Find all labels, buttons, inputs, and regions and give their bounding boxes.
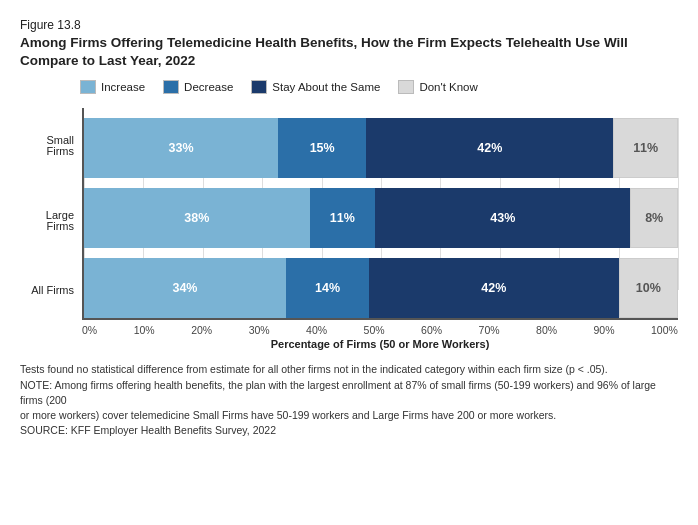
x-axis-title: Percentage of Firms (50 or More Workers) bbox=[82, 338, 678, 350]
footnote-line-4: SOURCE: KFF Employer Health Benefits Sur… bbox=[20, 423, 678, 438]
y-axis-labels: Small Firms Large Firms All Firms bbox=[20, 108, 82, 350]
legend-dontknow: Don't Know bbox=[398, 80, 477, 94]
x-axis-labels: 0% 10% 20% 30% 40% 50% 60% 70% 80% 90% 1… bbox=[82, 324, 678, 336]
x-label-70: 70% bbox=[479, 324, 500, 336]
footnote-line-2: NOTE: Among firms offering health benefi… bbox=[20, 378, 678, 408]
bar-track-small: 33% 15% 42% 11% bbox=[84, 118, 678, 178]
bar-row-small-firms: 33% 15% 42% 11% bbox=[84, 118, 678, 178]
segment-all-decrease: 14% bbox=[286, 258, 369, 318]
footnotes: Tests found no statistical difference fr… bbox=[20, 362, 678, 438]
segment-small-decrease: 15% bbox=[278, 118, 366, 178]
footnote-line-1: Tests found no statistical difference fr… bbox=[20, 362, 678, 377]
bars-container: 33% 15% 42% 11% 38% 11% 43% 8% bbox=[82, 108, 678, 320]
increase-swatch bbox=[80, 80, 96, 94]
same-label: Stay About the Same bbox=[272, 81, 380, 93]
bar-track-all: 34% 14% 42% 10% bbox=[84, 258, 678, 318]
bars-wrapper: 33% 15% 42% 11% 38% 11% 43% 8% bbox=[82, 108, 678, 350]
bar-row-large-firms: 38% 11% 43% 8% bbox=[84, 188, 678, 248]
segment-large-decrease: 11% bbox=[310, 188, 375, 248]
segment-small-same: 42% bbox=[366, 118, 613, 178]
x-label-20: 20% bbox=[191, 324, 212, 336]
y-label-large: Large Firms bbox=[20, 210, 82, 232]
dontknow-swatch bbox=[398, 80, 414, 94]
segment-large-dontknow: 8% bbox=[630, 188, 678, 248]
x-label-100: 100% bbox=[651, 324, 678, 336]
x-label-50: 50% bbox=[364, 324, 385, 336]
figure-container: Figure 13.8 Among Firms Offering Telemed… bbox=[20, 18, 678, 439]
segment-all-increase: 34% bbox=[84, 258, 286, 318]
x-label-80: 80% bbox=[536, 324, 557, 336]
bar-row-all-firms: 34% 14% 42% 10% bbox=[84, 258, 678, 318]
y-label-all: All Firms bbox=[20, 285, 82, 296]
x-label-90: 90% bbox=[594, 324, 615, 336]
segment-all-same: 42% bbox=[369, 258, 618, 318]
segment-all-dontknow: 10% bbox=[619, 258, 678, 318]
x-label-60: 60% bbox=[421, 324, 442, 336]
x-label-10: 10% bbox=[134, 324, 155, 336]
y-label-small: Small Firms bbox=[20, 135, 82, 157]
x-label-0: 0% bbox=[82, 324, 97, 336]
figure-label: Figure 13.8 bbox=[20, 18, 678, 32]
legend-same: Stay About the Same bbox=[251, 80, 380, 94]
chart-area: Small Firms Large Firms All Firms bbox=[20, 108, 678, 350]
increase-label: Increase bbox=[101, 81, 145, 93]
x-label-30: 30% bbox=[249, 324, 270, 336]
dontknow-label: Don't Know bbox=[419, 81, 477, 93]
footnote-line-3: or more workers) cover telemedicine Smal… bbox=[20, 408, 678, 423]
decrease-swatch bbox=[163, 80, 179, 94]
legend-decrease: Decrease bbox=[163, 80, 233, 94]
segment-large-increase: 38% bbox=[84, 188, 310, 248]
legend: Increase Decrease Stay About the Same Do… bbox=[80, 80, 678, 94]
segment-small-increase: 33% bbox=[84, 118, 278, 178]
legend-increase: Increase bbox=[80, 80, 145, 94]
decrease-label: Decrease bbox=[184, 81, 233, 93]
bar-track-large: 38% 11% 43% 8% bbox=[84, 188, 678, 248]
figure-title: Among Firms Offering Telemedicine Health… bbox=[20, 34, 678, 70]
segment-large-same: 43% bbox=[375, 188, 630, 248]
segment-small-dontknow: 11% bbox=[613, 118, 678, 178]
same-swatch bbox=[251, 80, 267, 94]
x-label-40: 40% bbox=[306, 324, 327, 336]
